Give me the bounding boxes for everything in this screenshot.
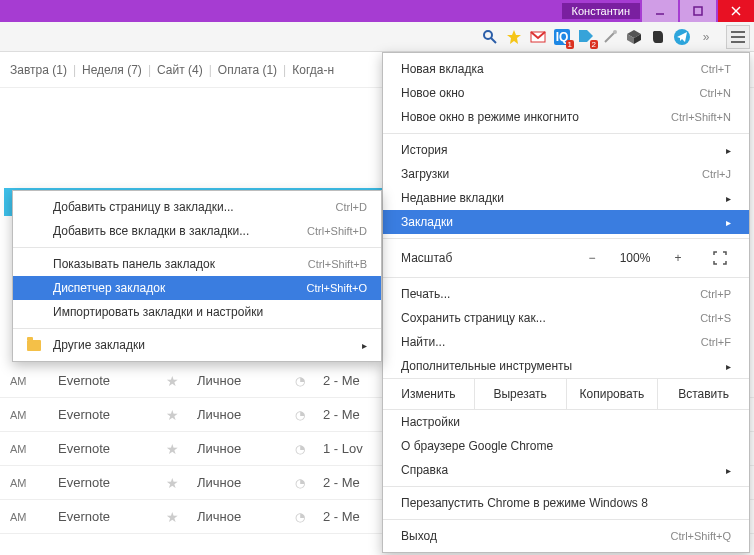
menu-separator [383,238,749,239]
menu-paste[interactable]: Вставить [658,379,749,409]
menu-find[interactable]: Найти...Ctrl+F [383,330,749,354]
window-titlebar: Константин [0,0,754,22]
menu-print[interactable]: Печать...Ctrl+P [383,282,749,306]
submenu-arrow-icon: ▸ [726,217,731,228]
tab-filter[interactable]: Оплата (1) [218,63,277,77]
menu-downloads[interactable]: ЗагрузкиCtrl+J [383,162,749,186]
overflow-ext-icon[interactable]: » [696,27,716,47]
row-app: Evernote [58,509,148,524]
clock-icon: ◔ [295,408,305,422]
svg-line-11 [605,32,615,42]
menu-new-tab[interactable]: Новая вкладкаCtrl+T [383,57,749,81]
bookmark-import[interactable]: Импортировать закладки и настройки [13,300,381,324]
folder-icon [27,340,41,351]
row-time: AM [10,409,40,421]
tab-filter[interactable]: Сайт (4) [157,63,203,77]
svg-text:»: » [703,30,710,44]
menu-settings[interactable]: Настройки [383,410,749,434]
menu-incognito[interactable]: Новое окно в режиме инкогнитоCtrl+Shift+… [383,105,749,129]
menu-save-page[interactable]: Сохранить страницу как...Ctrl+S [383,306,749,330]
extension-toolbar: IQ1 2 » [0,22,754,52]
menu-separator [13,328,381,329]
row-due: 2 - Me [323,373,360,388]
tab-filter[interactable]: Когда-н [292,63,334,77]
menu-recent-tabs[interactable]: Недавние вкладки▸ [383,186,749,210]
star-icon[interactable]: ★ [166,407,179,423]
row-app: Evernote [58,373,148,388]
row-category: Личное [197,475,277,490]
tag-ext-icon[interactable]: 2 [576,27,596,47]
row-time: AM [10,375,40,387]
cube-ext-icon[interactable] [624,27,644,47]
row-due: 2 - Me [323,475,360,490]
bookmark-add-all-tabs[interactable]: Добавить все вкладки в закладки...Ctrl+S… [13,219,381,243]
gmail-ext-icon[interactable] [528,27,548,47]
menu-bookmarks[interactable]: Закладки▸ [383,210,749,234]
menu-separator [383,486,749,487]
star-icon[interactable]: ★ [166,475,179,491]
row-category: Личное [197,373,277,388]
close-button[interactable] [718,0,754,22]
search-ext-icon[interactable] [480,27,500,47]
menu-separator [383,519,749,520]
submenu-arrow-icon: ▸ [726,465,731,476]
row-time: AM [10,477,40,489]
svg-line-5 [491,38,496,43]
tab-filter[interactable]: Неделя (7) [82,63,142,77]
evernote-ext-icon[interactable] [648,27,668,47]
zoom-value: 100% [611,251,659,265]
svg-point-4 [484,31,492,39]
row-time: AM [10,443,40,455]
io-ext-icon[interactable]: IQ1 [552,27,572,47]
row-app: Evernote [58,441,148,456]
fullscreen-button[interactable] [709,247,731,269]
menu-separator [383,277,749,278]
menu-history[interactable]: История▸ [383,138,749,162]
star-ext-icon[interactable] [504,27,524,47]
clock-icon: ◔ [295,476,305,490]
tag-badge: 2 [590,40,598,49]
row-due: 2 - Me [323,509,360,524]
star-icon[interactable]: ★ [166,373,179,389]
bookmarks-submenu: Добавить страницу в закладки...Ctrl+D До… [12,190,382,362]
submenu-arrow-icon: ▸ [362,340,367,351]
row-app: Evernote [58,475,148,490]
zoom-in-button[interactable]: + [667,247,689,269]
submenu-arrow-icon: ▸ [726,145,731,156]
menu-more-tools[interactable]: Дополнительные инструменты▸ [383,354,749,378]
maximize-button[interactable] [680,0,716,22]
bookmark-other-folder[interactable]: Другие закладки▸ [13,333,381,357]
tab-filter[interactable]: Завтра (1) [10,63,67,77]
star-icon[interactable]: ★ [166,509,179,525]
clock-icon: ◔ [295,442,305,456]
minimize-button[interactable] [642,0,678,22]
menu-relaunch-win8[interactable]: Перезапустить Chrome в режиме Windows 8 [383,491,749,515]
wand-ext-icon[interactable] [600,27,620,47]
menu-about[interactable]: О браузере Google Chrome [383,434,749,458]
bookmark-add-page[interactable]: Добавить страницу в закладки...Ctrl+D [13,195,381,219]
menu-separator [13,247,381,248]
telegram-ext-icon[interactable] [672,27,692,47]
menu-help[interactable]: Справка▸ [383,458,749,482]
row-time: AM [10,511,40,523]
menu-new-window[interactable]: Новое окноCtrl+N [383,81,749,105]
main-dropdown-menu: Новая вкладкаCtrl+T Новое окноCtrl+N Нов… [382,52,750,553]
zoom-out-button[interactable]: − [581,247,603,269]
menu-copy[interactable]: Копировать [567,379,659,409]
svg-marker-6 [507,30,521,44]
menu-separator [383,133,749,134]
row-category: Личное [197,441,277,456]
clock-icon: ◔ [295,374,305,388]
bookmark-show-bar[interactable]: Показывать панель закладокCtrl+Shift+B [13,252,381,276]
star-icon[interactable]: ★ [166,441,179,457]
row-app: Evernote [58,407,148,422]
user-badge[interactable]: Константин [562,3,640,19]
io-badge: 1 [566,40,574,49]
menu-exit[interactable]: ВыходCtrl+Shift+Q [383,524,749,548]
menu-cut[interactable]: Вырезать [475,379,567,409]
row-due: 1 - Lov [323,441,363,456]
bookmark-manager[interactable]: Диспетчер закладокCtrl+Shift+O [13,276,381,300]
menu-edit-row: Изменить Вырезать Копировать Вставить [383,378,749,410]
hamburger-menu-button[interactable] [726,25,750,49]
row-category: Личное [197,509,277,524]
